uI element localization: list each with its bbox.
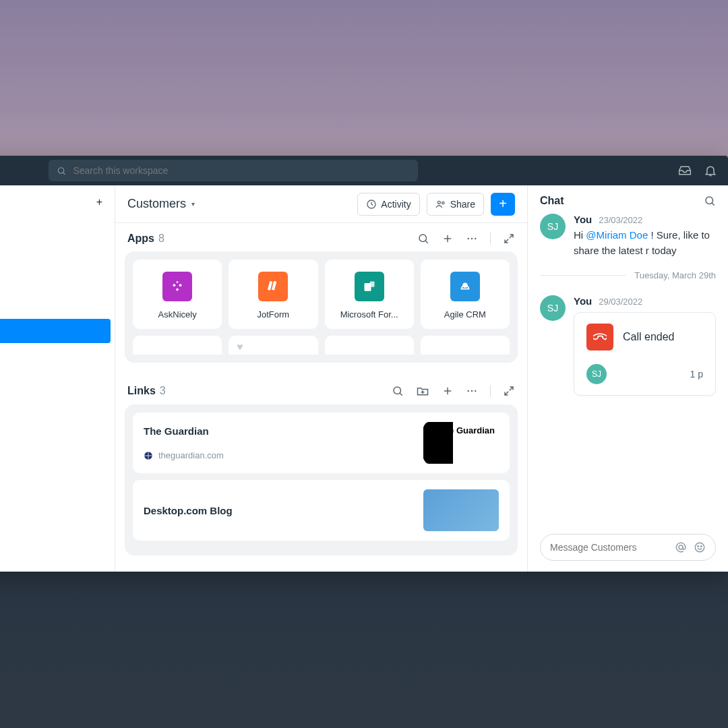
chat-input-wrapper[interactable] [540,534,716,561]
people-icon [435,199,446,210]
message-header: You 23/03/2022 [574,214,716,225]
chat-message: SJ You 23/03/2022 Hi @Miriam Doe ! Sure,… [540,214,716,258]
app-card-msforms[interactable]: Microsoft For... [325,260,414,329]
chat-input[interactable] [550,542,668,553]
globe-icon [144,451,153,460]
emoji-button[interactable] [694,541,706,553]
activity-label: Activity [381,199,411,210]
sidebar-item[interactable]: al [0,270,115,294]
link-title: Desktop.com Blog [144,505,423,516]
call-meta: 1 p [690,369,703,380]
app-name: Microsoft For... [330,309,408,320]
apps-panel: AskNicely JotForm Microsoft For... [125,251,518,363]
inbox-icon[interactable] [678,164,692,177]
favourites-item[interactable]: rites [0,215,115,243]
more-links-button[interactable] [466,385,478,397]
sidebar-header: s + [0,193,115,215]
section-private: E DESKTOPS [0,444,115,471]
message-author: You [574,214,592,225]
call-label: Call ended [623,331,675,343]
more-apps-button[interactable] [466,233,478,245]
app-card-stub[interactable] [421,336,510,355]
search-input[interactable] [73,165,410,176]
link-card-guardian[interactable]: The Guardian theguardian.com The Guardia… [133,413,510,473]
apps-actions [417,233,515,245]
svg-point-9 [468,238,469,239]
private-more-link[interactable]: nore [0,483,115,495]
svg-point-15 [177,281,179,283]
links-count: 3 [160,385,166,397]
thumb-text: The Guardian [438,426,495,435]
page-title-dropdown[interactable]: Customers ▾ [127,197,195,211]
link-thumbnail: The Guardian [423,422,499,464]
sidebar-item[interactable]: munication [0,419,115,444]
page-header: Customers ▾ Activity Share + [115,185,527,223]
message-author: You [574,295,592,307]
message-header: You 29/03/2022 [574,295,716,307]
topbar: m Project ▾ [0,156,728,185]
app-card-stub[interactable] [325,336,414,355]
search-apps-button[interactable] [417,233,429,245]
add-app-button[interactable] [442,233,454,245]
search-input-wrapper[interactable] [49,160,418,181]
app-icon [162,272,192,301]
svg-point-35 [698,546,699,547]
avatar: SJ [586,364,607,384]
app-window: m Project ▾ s + rites AL DESKTOPS al ce … [0,156,728,572]
app-card-jotform[interactable]: JotForm [229,260,317,329]
call-top: Call ended [586,324,703,351]
search-chat-button[interactable] [704,195,716,207]
share-button[interactable]: Share [427,193,484,216]
message-date: 29/03/2022 [599,297,642,307]
search-links-button[interactable] [392,385,404,397]
svg-point-3 [437,201,440,204]
link-card-desktop-blog[interactable]: Desktop.com Blog [133,480,510,541]
apps-count: 8 [158,233,164,245]
activity-button[interactable]: Activity [357,193,419,216]
chat-title: Chat [540,195,564,207]
clock-icon [366,199,377,210]
add-desktop-button[interactable]: + [96,196,102,208]
svg-point-34 [695,543,704,552]
link-url: theguardian.com [144,450,423,460]
svg-line-32 [712,203,715,206]
svg-point-33 [679,545,683,549]
app-card-agilecrm[interactable]: Agile CRM [421,260,510,329]
message-pre: Hi [574,229,586,241]
search-icon [57,166,66,176]
expand-apps-button[interactable] [503,233,515,245]
sidebar-item-customers[interactable]: mers [0,319,111,343]
bell-icon[interactable] [704,164,717,177]
body: s + rites AL DESKTOPS al ce mers n DESKT… [0,185,728,572]
svg-point-28 [471,390,473,392]
sidebar-item[interactable]: ce [0,294,115,318]
apps-grid: AskNicely JotForm Microsoft For... [133,260,510,329]
app-name: JotForm [234,309,312,320]
call-card[interactable]: Call ended SJ 1 p [574,312,716,396]
svg-point-20 [463,283,467,287]
sidebar: s + rites AL DESKTOPS al ce mers n DESKT… [0,185,115,572]
call-bottom: SJ 1 p [586,364,703,384]
call-ended-icon [586,324,613,351]
private-empty-text: n't have any private ps [0,471,115,483]
sidebar-item[interactable]: ation [0,395,115,419]
app-icon [258,272,288,301]
link-info: Desktop.com Blog [144,505,423,516]
add-link-button[interactable] [442,385,454,397]
mention-button[interactable] [675,541,687,553]
message-content: You 23/03/2022 Hi @Miriam Doe ! Sure, li… [574,214,716,258]
sidebar-item[interactable]: n [0,344,115,368]
folder-add-button[interactable] [416,384,429,398]
link-info: The Guardian theguardian.com [144,425,423,460]
section-personal: AL DESKTOPS [0,243,115,270]
mention[interactable]: @Miriam Doe [586,229,648,241]
svg-point-36 [701,546,702,547]
expand-links-button[interactable] [503,385,515,397]
app-card-stub[interactable]: ♥ [229,336,317,355]
svg-point-13 [179,284,182,286]
divider [490,385,491,397]
links-title: Links [127,385,156,397]
add-button[interactable]: + [491,193,515,216]
app-card-asknicely[interactable]: AskNicely [133,260,222,329]
app-card-stub[interactable] [133,336,222,355]
